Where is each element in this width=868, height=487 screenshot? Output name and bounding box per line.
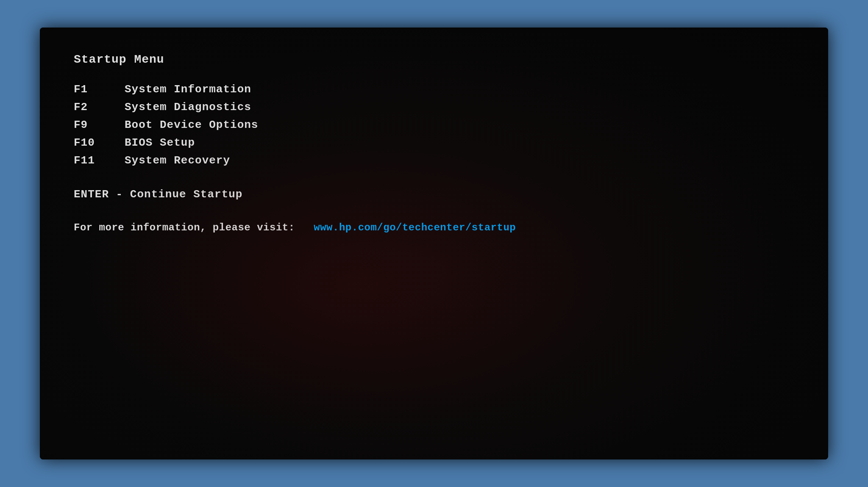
screen-content: Startup Menu F1System InformationF2Syste… [40, 28, 828, 459]
menu-item-description: Boot Device Options [125, 119, 258, 131]
menu-item-key: F10 [74, 136, 125, 149]
menu-item[interactable]: F9Boot Device Options [74, 119, 794, 131]
menu-item-description: System Information [125, 83, 251, 96]
menu-item-description: BIOS Setup [125, 136, 195, 149]
info-line: For more information, please visit: www.… [74, 222, 794, 233]
monitor-frame: Startup Menu F1System InformationF2Syste… [40, 28, 828, 459]
menu-item[interactable]: F11System Recovery [74, 154, 794, 167]
menu-item-key: F11 [74, 154, 125, 167]
menu-item-key: F1 [74, 83, 125, 96]
menu-item-key: F9 [74, 119, 125, 131]
enter-continue-label: ENTER - Continue Startup [74, 188, 794, 201]
info-prefix: For more information, please visit: [74, 222, 295, 233]
menu-item[interactable]: F1System Information [74, 83, 794, 96]
menu-item[interactable]: F10BIOS Setup [74, 136, 794, 149]
menu-item-description: System Recovery [125, 154, 230, 167]
menu-title: Startup Menu [74, 53, 794, 66]
menu-item-key: F2 [74, 101, 125, 113]
info-url: www.hp.com/go/techcenter/startup [314, 222, 516, 233]
menu-item[interactable]: F2System Diagnostics [74, 101, 794, 113]
menu-items-container: F1System InformationF2System Diagnostics… [74, 83, 794, 167]
menu-item-description: System Diagnostics [125, 101, 251, 113]
